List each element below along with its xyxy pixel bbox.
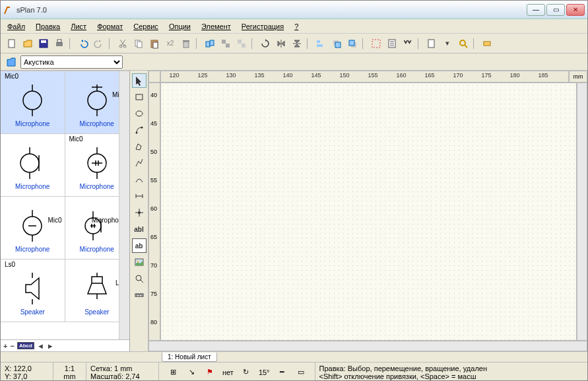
minus-icon[interactable]: − bbox=[10, 342, 14, 350]
rect-tool-icon[interactable] bbox=[132, 90, 147, 104]
symbol-cell[interactable]: Microphone bbox=[1, 134, 65, 197]
pointer-tool-icon[interactable] bbox=[132, 73, 147, 88]
scrollbar-horizontal[interactable] bbox=[148, 341, 587, 351]
menu-registration[interactable]: Регистрация bbox=[238, 21, 288, 32]
menu-options[interactable]: Опции bbox=[165, 21, 195, 32]
rotate-icon[interactable] bbox=[258, 36, 273, 51]
menubar: Файл Правка Лист Формат Сервис Опции Эле… bbox=[1, 19, 587, 34]
symbol-caption: Microphone bbox=[15, 246, 49, 253]
open-icon[interactable] bbox=[20, 36, 35, 51]
list-icon[interactable] bbox=[385, 36, 399, 51]
group-icon[interactable] bbox=[218, 36, 233, 51]
text-tool-icon[interactable]: abl bbox=[132, 222, 147, 236]
ruler-unit: mm bbox=[569, 71, 587, 83]
line-tool-icon[interactable] bbox=[132, 156, 147, 170]
menu-sheet[interactable]: Лист bbox=[67, 21, 90, 32]
print-icon[interactable] bbox=[52, 36, 67, 51]
menu-file[interactable]: Файл bbox=[3, 21, 29, 32]
library-icon bbox=[5, 55, 18, 69]
svg-rect-10 bbox=[153, 42, 158, 48]
grid-toggle-icon[interactable]: ⊞ bbox=[167, 366, 179, 378]
library-scrollbar[interactable] bbox=[119, 71, 129, 339]
status-scale: Масштаб: 2,74 bbox=[90, 372, 154, 380]
flag-icon[interactable]: ⚑ bbox=[204, 366, 216, 378]
zoom-icon[interactable] bbox=[456, 36, 471, 51]
maximize-button[interactable]: ▭ bbox=[546, 4, 565, 16]
sheet-tab[interactable]: 1: Новый лист bbox=[162, 353, 217, 362]
special-tool-icon[interactable] bbox=[132, 123, 147, 137]
back-icon[interactable] bbox=[345, 36, 360, 51]
line-style-icon[interactable]: ━ bbox=[277, 366, 288, 378]
textbox-tool-icon[interactable]: ab bbox=[132, 238, 147, 253]
svg-rect-11 bbox=[183, 42, 189, 48]
svg-rect-4 bbox=[57, 40, 61, 42]
menu-edit[interactable]: Правка bbox=[32, 21, 64, 32]
scrollbar-vertical[interactable] bbox=[577, 83, 587, 341]
svg-point-31 bbox=[88, 91, 106, 110]
fill-style-icon[interactable]: ▭ bbox=[295, 366, 307, 378]
undo-icon[interactable] bbox=[76, 36, 90, 51]
ungroup-icon[interactable] bbox=[234, 36, 249, 51]
component-icon[interactable] bbox=[480, 36, 494, 51]
select-icon[interactable] bbox=[369, 36, 383, 51]
duplicate-icon[interactable] bbox=[203, 36, 217, 51]
svg-rect-18 bbox=[242, 44, 245, 48]
menu-help[interactable]: ? bbox=[290, 21, 302, 32]
svg-point-28 bbox=[460, 40, 465, 46]
symbol-label: Mic0 bbox=[5, 73, 18, 80]
left-icon[interactable]: ◄ bbox=[37, 342, 44, 350]
svg-point-40 bbox=[141, 127, 143, 129]
image-tool-icon[interactable] bbox=[132, 255, 147, 269]
new-icon[interactable] bbox=[5, 36, 19, 51]
plus-icon[interactable]: + bbox=[3, 342, 7, 350]
page-icon[interactable] bbox=[424, 36, 439, 51]
svg-rect-15 bbox=[222, 40, 226, 44]
node-tool-icon[interactable] bbox=[132, 205, 147, 220]
menu-format[interactable]: Формат bbox=[93, 21, 127, 32]
svg-rect-12 bbox=[183, 40, 189, 42]
right-icon[interactable]: ► bbox=[47, 342, 54, 350]
menu-element[interactable]: Элемент bbox=[197, 21, 235, 32]
symbol-cell[interactable]: Ls0 Speaker bbox=[1, 260, 65, 322]
bezier-tool-icon[interactable] bbox=[132, 172, 147, 187]
svg-rect-3 bbox=[56, 42, 63, 46]
measure-tool-icon[interactable] bbox=[132, 288, 147, 302]
redo-icon[interactable] bbox=[92, 36, 106, 51]
front-icon[interactable] bbox=[329, 36, 344, 51]
minimize-button[interactable]: — bbox=[527, 4, 545, 16]
window-title: sPlan 7.0 bbox=[16, 6, 527, 14]
snap-toggle-icon[interactable]: ↘ bbox=[185, 366, 197, 378]
library-select[interactable]: Акустика bbox=[20, 55, 123, 69]
svg-point-38 bbox=[136, 111, 143, 116]
symbol-caption: Microphone bbox=[15, 183, 49, 190]
drawing-canvas[interactable] bbox=[160, 83, 577, 341]
svg-rect-0 bbox=[9, 40, 15, 48]
close-button[interactable]: ✕ bbox=[566, 4, 585, 16]
align-icon[interactable] bbox=[313, 36, 328, 51]
mirror-h-icon[interactable] bbox=[274, 36, 288, 51]
status-x: X: 122,0 bbox=[5, 364, 49, 372]
find-icon[interactable] bbox=[401, 36, 415, 51]
save-icon[interactable] bbox=[36, 36, 51, 51]
circle-tool-icon[interactable] bbox=[132, 106, 147, 121]
dimension-tool-icon[interactable] bbox=[132, 189, 147, 203]
dropdown-icon[interactable]: ▾ bbox=[440, 36, 455, 51]
symbol-caption: Microphone bbox=[15, 120, 49, 127]
delete-icon[interactable] bbox=[179, 36, 193, 51]
angle-icon[interactable]: ↻ bbox=[240, 366, 252, 378]
zoom-tool-icon[interactable] bbox=[132, 271, 147, 286]
status-snap: нет bbox=[222, 368, 234, 376]
polygon-tool-icon[interactable] bbox=[132, 139, 147, 154]
toolbar: x2 ▾ bbox=[1, 34, 587, 53]
mirror-v-icon[interactable] bbox=[290, 36, 304, 51]
symbol-cell[interactable]: Mic0 Microphone bbox=[1, 71, 65, 134]
symbol-cell[interactable]: Mic0 Microphone bbox=[1, 197, 65, 260]
menu-service[interactable]: Сервис bbox=[129, 21, 162, 32]
paste-icon[interactable] bbox=[147, 36, 162, 51]
x2-icon[interactable]: x2 bbox=[163, 36, 178, 51]
svg-rect-36 bbox=[92, 277, 102, 283]
copy-icon[interactable] bbox=[131, 36, 146, 51]
svg-rect-29 bbox=[484, 42, 490, 46]
abcd-icon[interactable]: Abcd bbox=[17, 342, 34, 349]
cut-icon[interactable] bbox=[115, 36, 130, 51]
